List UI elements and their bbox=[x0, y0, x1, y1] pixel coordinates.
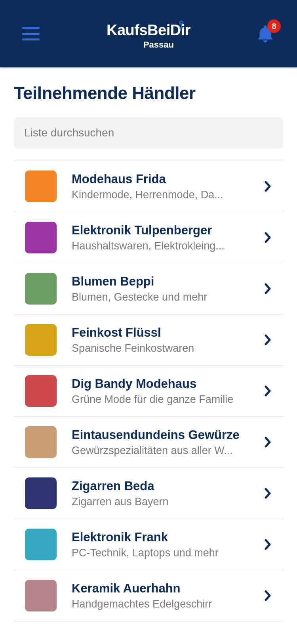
merchant-item[interactable]: Feinkost FlüsslSpanische Feinkostwaren bbox=[14, 314, 283, 366]
merchant-text: Modehaus FridaKindermode, Herrenmode, Da… bbox=[72, 172, 260, 201]
merchant-color-tile bbox=[25, 477, 57, 509]
merchant-color-tile bbox=[25, 529, 57, 560]
app-logo: KaufsBeiDir Passau bbox=[107, 22, 190, 50]
merchant-item[interactable]: Eintausendundeins GewürzeGewürzspezialit… bbox=[14, 417, 283, 468]
merchant-name: Modehaus Frida bbox=[72, 172, 260, 186]
main-content: Teilnehmende Händler Modehaus FridaKinde… bbox=[0, 67, 297, 621]
merchant-text: Feinkost FlüsslSpanische Feinkostwaren bbox=[72, 326, 260, 355]
merchant-item[interactable]: Elektronik FrankPC-Technik, Laptops und … bbox=[14, 519, 283, 570]
merchant-list: Modehaus FridaKindermode, Herrenmode, Da… bbox=[14, 161, 283, 621]
merchant-item[interactable]: Blumen BeppiBlumen, Gestecke und mehr bbox=[14, 263, 283, 314]
merchant-item[interactable]: Dig Bandy ModehausGrüne Mode für die gan… bbox=[14, 366, 283, 417]
merchant-subtitle: PC-Technik, Laptops und mehr bbox=[72, 547, 260, 559]
merchant-item[interactable]: Zigarren BedaZigarren aus Bayern bbox=[14, 468, 283, 519]
pin-icon bbox=[178, 15, 185, 33]
chevron-right-icon bbox=[264, 385, 271, 397]
page-title: Teilnehmende Händler bbox=[14, 83, 283, 103]
merchant-subtitle: Zigarren aus Bayern bbox=[72, 496, 260, 508]
chevron-right-icon bbox=[264, 436, 271, 448]
merchant-name: Elektronik Tulpenberger bbox=[72, 223, 260, 238]
merchant-name: Feinkost Flüssl bbox=[72, 326, 260, 340]
app-name: KaufsBeiDir bbox=[107, 22, 190, 39]
merchant-name: Blumen Beppi bbox=[72, 274, 260, 289]
notification-badge: 8 bbox=[267, 19, 281, 33]
merchant-subtitle: Handgemachtes Edelgeschirr bbox=[72, 598, 260, 610]
merchant-text: Elektronik TulpenbergerHaushaltswaren, E… bbox=[72, 223, 260, 252]
merchant-item[interactable]: Modehaus FridaKindermode, Herrenmode, Da… bbox=[14, 161, 283, 212]
menu-button[interactable] bbox=[22, 27, 40, 40]
search-input[interactable] bbox=[14, 117, 283, 149]
merchant-name: Zigarren Beda bbox=[72, 479, 260, 493]
merchant-text: Dig Bandy ModehausGrüne Mode für die gan… bbox=[72, 377, 260, 406]
chevron-right-icon bbox=[264, 283, 271, 295]
merchant-color-tile bbox=[25, 580, 57, 611]
chevron-right-icon bbox=[264, 539, 271, 550]
merchant-item[interactable]: Elektronik TulpenbergerHaushaltswaren, E… bbox=[14, 212, 283, 263]
svg-point-0 bbox=[180, 21, 183, 24]
merchant-subtitle: Gewürzspezialitäten aus aller W... bbox=[72, 445, 260, 457]
merchant-color-tile bbox=[25, 273, 57, 305]
merchant-name: Eintausendundeins Gewürze bbox=[72, 428, 260, 442]
merchant-text: Zigarren BedaZigarren aus Bayern bbox=[72, 479, 260, 508]
merchant-subtitle: Kindermode, Herrenmode, Da... bbox=[72, 189, 260, 201]
merchant-subtitle: Haushaltswaren, Elektrokleing... bbox=[72, 240, 260, 252]
merchant-color-tile bbox=[25, 426, 57, 458]
notifications-button[interactable]: 8 bbox=[255, 22, 275, 47]
merchant-text: Keramik AuerhahnHandgemachtes Edelgeschi… bbox=[72, 581, 260, 610]
merchant-text: Blumen BeppiBlumen, Gestecke und mehr bbox=[72, 274, 260, 303]
merchant-name: Keramik Auerhahn bbox=[72, 581, 260, 596]
chevron-right-icon bbox=[264, 334, 271, 346]
merchant-color-tile bbox=[25, 375, 57, 407]
merchant-color-tile bbox=[25, 222, 57, 253]
merchant-subtitle: Blumen, Gestecke und mehr bbox=[72, 291, 260, 303]
merchant-text: Elektronik FrankPC-Technik, Laptops und … bbox=[72, 530, 260, 559]
chevron-right-icon bbox=[264, 180, 271, 192]
merchant-color-tile bbox=[25, 171, 57, 202]
location-label: Passau bbox=[107, 40, 190, 50]
merchant-name: Elektronik Frank bbox=[72, 530, 260, 544]
merchant-item[interactable]: Keramik AuerhahnHandgemachtes Edelgeschi… bbox=[14, 570, 283, 621]
merchant-color-tile bbox=[25, 324, 57, 356]
app-header: KaufsBeiDir Passau 8 bbox=[0, 0, 297, 67]
merchant-subtitle: Spanische Feinkostwaren bbox=[72, 342, 260, 355]
chevron-right-icon bbox=[264, 232, 271, 243]
merchant-subtitle: Grüne Mode für die ganze Familie bbox=[72, 393, 260, 406]
merchant-name: Dig Bandy Modehaus bbox=[72, 377, 260, 391]
chevron-right-icon bbox=[264, 487, 271, 499]
merchant-text: Eintausendundeins GewürzeGewürzspezialit… bbox=[72, 428, 260, 457]
chevron-right-icon bbox=[264, 590, 271, 602]
